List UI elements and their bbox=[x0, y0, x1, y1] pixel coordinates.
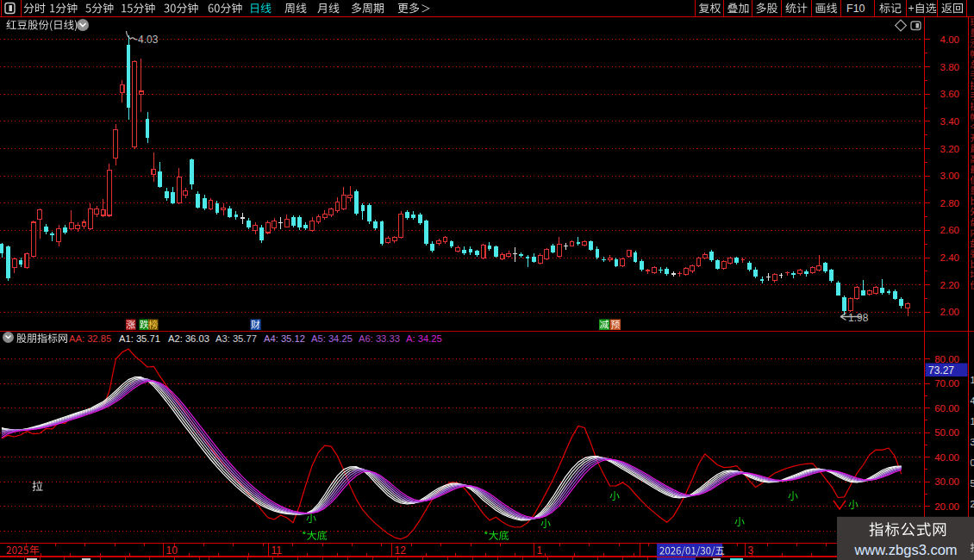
svg-text:3.80: 3.80 bbox=[940, 62, 959, 72]
svg-text:2.00: 2.00 bbox=[940, 307, 959, 317]
svg-text:A4: 35.12: A4: 35.12 bbox=[264, 333, 305, 344]
svg-text:73.27: 73.27 bbox=[928, 364, 954, 376]
svg-text:1: 1 bbox=[537, 544, 543, 557]
svg-text:80.00: 80.00 bbox=[934, 354, 959, 364]
svg-text:10: 10 bbox=[166, 544, 178, 557]
svg-text:3.60: 3.60 bbox=[940, 89, 959, 99]
svg-text:12: 12 bbox=[395, 544, 407, 557]
svg-text:3.20: 3.20 bbox=[940, 144, 959, 154]
svg-text:www.zbgs3.com: www.zbgs3.com bbox=[853, 542, 957, 557]
svg-text:1.98: 1.98 bbox=[848, 312, 869, 324]
svg-text:1: 1 bbox=[971, 416, 974, 426]
svg-text:A5: 34.25: A5: 34.25 bbox=[311, 333, 353, 344]
svg-text:1: 1 bbox=[971, 375, 974, 385]
svg-text:70.00: 70.00 bbox=[934, 378, 959, 389]
svg-text:0: 0 bbox=[971, 457, 974, 468]
svg-text:4: 4 bbox=[971, 395, 974, 406]
svg-text:5: 5 bbox=[971, 478, 974, 488]
svg-text:2: 2 bbox=[971, 499, 974, 509]
svg-text:3: 3 bbox=[971, 437, 974, 447]
svg-text:AA: 32.85: AA: 32.85 bbox=[69, 333, 111, 344]
svg-text:A6: 33.33: A6: 33.33 bbox=[359, 333, 400, 344]
svg-text:30.00: 30.00 bbox=[934, 476, 959, 487]
svg-text:2.80: 2.80 bbox=[940, 198, 959, 208]
svg-text:A1: 35.71: A1: 35.71 bbox=[119, 333, 160, 344]
svg-text:40.00: 40.00 bbox=[934, 452, 959, 463]
svg-text:4.03: 4.03 bbox=[138, 34, 159, 46]
svg-text:2.20: 2.20 bbox=[940, 280, 959, 290]
svg-text:50.00: 50.00 bbox=[934, 427, 959, 438]
svg-text:4.00: 4.00 bbox=[940, 34, 959, 45]
svg-text:2.60: 2.60 bbox=[940, 225, 959, 235]
svg-text:A: 34.25: A: 34.25 bbox=[406, 333, 442, 344]
svg-text:3: 3 bbox=[748, 544, 754, 557]
svg-text:2.40: 2.40 bbox=[940, 252, 959, 263]
svg-text:3.00: 3.00 bbox=[940, 171, 959, 181]
svg-text:60.00: 60.00 bbox=[934, 403, 959, 414]
svg-text:11: 11 bbox=[272, 544, 283, 557]
svg-text:F10: F10 bbox=[846, 3, 865, 15]
svg-text:3.40: 3.40 bbox=[940, 116, 959, 127]
svg-text:A2: 36.03: A2: 36.03 bbox=[168, 333, 209, 344]
svg-text:20.00: 20.00 bbox=[934, 501, 959, 512]
svg-text:A3: 35.77: A3: 35.77 bbox=[215, 333, 257, 344]
